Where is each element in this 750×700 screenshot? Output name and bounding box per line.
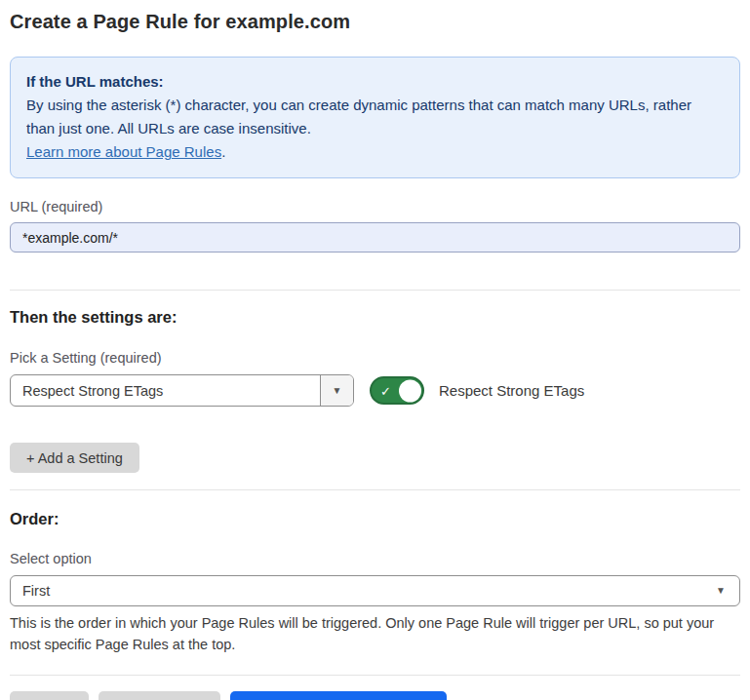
info-box-heading: If the URL matches: [26, 70, 724, 94]
toggle-knob [399, 379, 421, 402]
url-field-label: URL (required) [10, 199, 740, 214]
settings-section-heading: Then the settings are: [10, 308, 740, 327]
divider [10, 290, 740, 291]
setting-row: Respect Strong ETags ▼ ✓ Respect Strong … [10, 374, 740, 407]
setting-toggle-label: Respect Strong ETags [439, 382, 584, 399]
save-and-deploy-button[interactable]: Save and Deploy Page Rule [230, 691, 447, 700]
add-setting-button[interactable]: + Add a Setting [10, 443, 139, 473]
cancel-button[interactable]: Cancel [10, 691, 89, 700]
order-select[interactable]: First ▼ [10, 575, 740, 606]
info-box-body: By using the asterisk (*) character, you… [26, 94, 724, 140]
info-link-line: Learn more about Page Rules. [26, 140, 724, 164]
check-icon: ✓ [380, 383, 391, 398]
pick-setting-label: Pick a Setting (required) [10, 350, 740, 366]
setting-toggle[interactable]: ✓ [370, 376, 424, 405]
learn-more-link[interactable]: Learn more about Page Rules [26, 143, 221, 160]
chevron-down-icon: ▼ [716, 586, 726, 596]
setting-select-value: Respect Strong ETags [11, 383, 320, 399]
setting-select-arrow-button[interactable]: ▼ [320, 375, 353, 406]
order-select-value: First [22, 583, 716, 599]
chevron-down-icon: ▼ [333, 386, 342, 396]
setting-select[interactable]: Respect Strong ETags ▼ [10, 374, 354, 407]
order-section-heading: Order: [10, 510, 740, 528]
page-title: Create a Page Rule for example.com [10, 11, 740, 33]
order-select-label: Select option [10, 551, 740, 566]
link-period: . [221, 143, 225, 160]
save-as-draft-button[interactable]: Save as Draft [99, 691, 220, 700]
url-input[interactable] [10, 222, 740, 253]
divider [10, 675, 740, 676]
footer-actions: Cancel Save as Draft Save and Deploy Pag… [10, 691, 740, 700]
url-match-info-box: If the URL matches: By using the asteris… [10, 57, 740, 178]
divider [10, 489, 740, 490]
order-help-text: This is the order in which your Page Rul… [10, 612, 736, 655]
create-page-rule-form: Create a Page Rule for example.com If th… [0, 11, 750, 700]
